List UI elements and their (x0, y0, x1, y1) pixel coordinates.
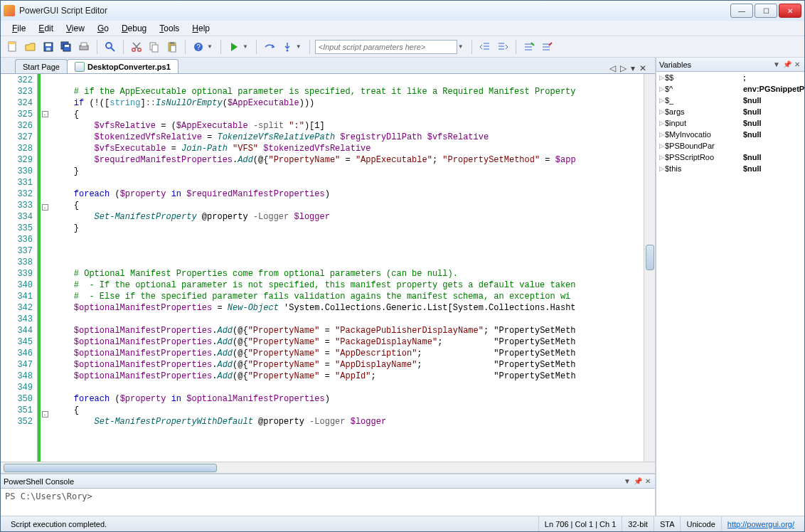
variable-row[interactable]: ▷$args$null (656, 106, 804, 117)
help-icon[interactable]: ? (191, 39, 206, 55)
open-file-icon[interactable] (23, 39, 38, 55)
variable-value: $null (743, 119, 804, 127)
debug-dropdown-icon[interactable]: ▼ (296, 43, 302, 50)
variable-row[interactable]: ▷$PSBoundPar (656, 140, 804, 151)
variables-list[interactable]: ▷$$;▷$^env:PGSnippetPath▷$_$null▷$args$n… (656, 72, 804, 516)
expand-icon[interactable]: ▷ (659, 154, 665, 161)
tab-prev-icon[interactable]: ◁ (609, 63, 616, 73)
svg-rect-3 (46, 43, 51, 46)
outdent-icon[interactable] (477, 39, 493, 55)
paste-icon[interactable] (164, 39, 180, 55)
expand-icon[interactable]: ▷ (659, 165, 665, 172)
maximize-button[interactable]: ☐ (755, 4, 777, 18)
variables-title: Variables (659, 60, 691, 69)
variable-name: $$ (665, 73, 743, 82)
help-dropdown-icon[interactable]: ▼ (207, 43, 213, 50)
scrollbar-thumb[interactable] (646, 245, 654, 270)
titlebar[interactable]: PowerGUI Script Editor — ☐ ✕ (1, 1, 804, 21)
variable-row[interactable]: ▷$_$null (656, 95, 804, 106)
svg-rect-4 (46, 48, 50, 50)
svg-rect-19 (170, 42, 174, 44)
variables-panel-header[interactable]: Variables ▼ 📌 ✕ (656, 58, 804, 72)
variables-panel: Variables ▼ 📌 ✕ ▷$$;▷$^env:PGSnippetPath… (655, 58, 804, 516)
variable-row[interactable]: ▷$^env:PGSnippetPath (656, 83, 804, 95)
svg-rect-7 (65, 45, 69, 47)
console-prompt: PS C:\Users\Rory> (5, 491, 92, 501)
menu-go[interactable]: Go (92, 22, 114, 35)
new-file-icon[interactable] (5, 39, 21, 55)
panel-dropdown-icon[interactable]: ▼ (772, 60, 782, 68)
svg-point-10 (106, 43, 112, 48)
run-icon[interactable] (226, 39, 242, 55)
variable-row[interactable]: ▷$$; (656, 72, 804, 83)
variable-value: env:PGSnippetPath (743, 85, 804, 93)
variable-row[interactable]: ▷$this$null (656, 163, 804, 174)
panel-pin-icon[interactable]: 📌 (782, 60, 793, 68)
console-panel-header[interactable]: PowerShell Console ▼ 📌 ✕ (1, 474, 655, 489)
close-button[interactable]: ✕ (779, 4, 801, 18)
code-text-area[interactable]: # if the AppExecutable optional paramete… (49, 74, 644, 462)
tab-menu-icon[interactable]: ▾ (631, 63, 635, 73)
indent-icon[interactable] (495, 39, 511, 55)
vertical-scrollbar[interactable] (644, 74, 655, 462)
expand-icon[interactable]: ▷ (659, 74, 665, 81)
run-dropdown-icon[interactable]: ▼ (242, 43, 248, 50)
tab-close-icon[interactable]: ✕ (639, 63, 646, 73)
step-over-icon[interactable] (262, 39, 277, 55)
panel-close-icon[interactable]: ✕ (793, 60, 801, 68)
code-editor[interactable]: 3223233243253263273283293303313323333343… (1, 73, 655, 462)
panel-close-icon[interactable]: ✕ (644, 477, 652, 485)
menu-edit[interactable]: Edit (33, 22, 59, 35)
menu-help[interactable]: Help (186, 22, 215, 35)
panel-dropdown-icon[interactable]: ▼ (622, 477, 632, 485)
comment-icon[interactable] (521, 39, 537, 55)
panel-pin-icon[interactable]: 📌 (632, 477, 644, 485)
variable-value: $null (743, 96, 804, 105)
console-output[interactable]: PS C:\Users\Rory> (1, 489, 655, 516)
expand-icon[interactable]: ▷ (659, 119, 665, 127)
copy-icon[interactable] (146, 39, 162, 55)
variable-value: $null (743, 130, 804, 139)
menu-view[interactable]: View (60, 22, 90, 35)
scrollbar-thumb[interactable] (4, 464, 217, 472)
expand-icon[interactable]: ▷ (659, 142, 665, 149)
statusbar: Script execution completed. Ln 706 | Col… (1, 516, 804, 531)
variable-value: ; (743, 73, 804, 82)
expand-icon[interactable]: ▷ (659, 97, 665, 104)
variable-value: $null (743, 164, 804, 173)
uncomment-icon[interactable] (539, 39, 555, 55)
menu-tools[interactable]: Tools (154, 22, 185, 35)
tab-start-page[interactable]: Start Page (15, 59, 68, 73)
expand-icon[interactable]: ▷ (659, 108, 665, 115)
search-icon[interactable] (102, 39, 118, 55)
fold-column[interactable]: --- (41, 74, 49, 462)
horizontal-scrollbar[interactable] (1, 462, 655, 473)
variable-row[interactable]: ▷$input$null (656, 117, 804, 129)
svg-rect-9 (81, 43, 87, 46)
variable-value: $null (743, 107, 804, 116)
minimize-button[interactable]: — (730, 4, 753, 18)
console-title: PowerShell Console (4, 477, 74, 486)
variable-row[interactable]: ▷$MyInvocatio$null (656, 129, 804, 140)
menu-file[interactable]: File (6, 22, 31, 35)
tab-active-file[interactable]: DesktopConverter.ps1 (67, 59, 178, 73)
app-icon (4, 5, 15, 16)
expand-icon[interactable]: ▷ (659, 85, 665, 92)
script-parameters-input[interactable] (315, 40, 457, 54)
params-dropdown-icon[interactable]: ▼ (458, 43, 464, 50)
tab-next-icon[interactable]: ▷ (620, 63, 627, 73)
menu-debug[interactable]: Debug (116, 22, 152, 35)
save-icon[interactable] (41, 39, 56, 55)
variable-name: $input (665, 119, 743, 127)
step-into-icon[interactable] (279, 39, 295, 55)
variable-name: $_ (665, 96, 743, 105)
status-link[interactable]: http://powergui.org/ (727, 520, 794, 528)
variable-name: $args (665, 107, 743, 116)
variable-row[interactable]: ▷$PSScriptRoo$null (656, 151, 804, 163)
print-icon[interactable] (76, 39, 92, 55)
expand-icon[interactable]: ▷ (659, 131, 665, 138)
svg-rect-1 (9, 42, 16, 44)
save-all-icon[interactable] (58, 39, 74, 55)
svg-rect-20 (171, 46, 176, 52)
cut-icon[interactable] (129, 39, 144, 55)
